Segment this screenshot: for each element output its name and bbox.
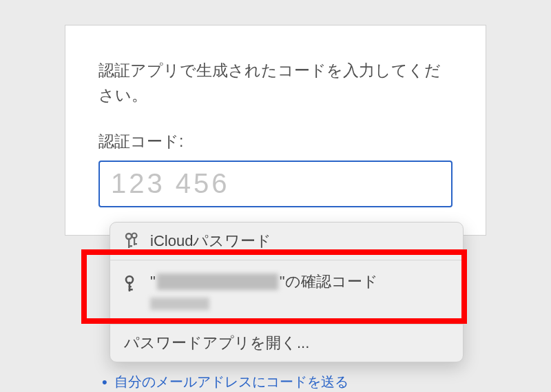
open-app-label: パスワードアプリを開く...	[124, 333, 309, 353]
email-code-link-row: • 自分のメールアドレスにコードを送る	[102, 373, 349, 391]
bullet-icon: •	[102, 373, 107, 391]
auth-card: 認証アプリで生成されたコードを入力してください。 認証コード: 認証	[65, 25, 486, 236]
code-label: 認証コード:	[98, 131, 453, 152]
quote-open: "	[150, 273, 156, 291]
redacted-code-value	[150, 298, 209, 310]
popup-item-open-app[interactable]: パスワードアプリを開く...	[110, 324, 463, 362]
autofill-popup: iCloudパスワード " "の確認コード パスワードアプリを開く...	[110, 222, 464, 362]
popup-item-verification-code[interactable]: " "の確認コード	[110, 260, 463, 324]
code-title-line: " "の確認コード	[150, 271, 378, 292]
keys-icon	[123, 231, 142, 251]
send-code-email-link[interactable]: 自分のメールアドレスにコードを送る	[114, 373, 349, 391]
svg-rect-8	[129, 289, 133, 291]
redacted-account-name	[157, 274, 278, 290]
auth-code-input[interactable]	[98, 161, 453, 207]
code-text-wrap: " "の確認コード	[150, 271, 378, 310]
svg-rect-5	[134, 243, 137, 245]
instruction-text: 認証アプリで生成されたコードを入力してください。	[98, 59, 453, 107]
key-icon	[123, 274, 142, 293]
code-suffix-text: "の確認コード	[280, 271, 378, 292]
svg-rect-9	[129, 286, 132, 287]
popup-item-icloud[interactable]: iCloudパスワード	[110, 223, 463, 260]
svg-rect-2	[128, 245, 132, 247]
popup-icloud-label: iCloudパスワード	[150, 231, 271, 251]
svg-point-0	[126, 234, 132, 239]
